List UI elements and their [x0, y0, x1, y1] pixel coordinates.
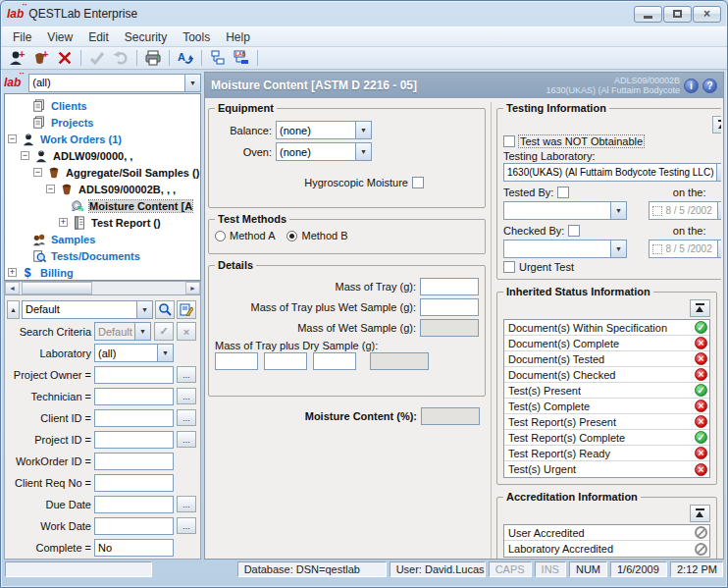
menu-file[interactable]: File	[5, 28, 39, 46]
rename-button[interactable]	[175, 48, 196, 68]
maximize-button[interactable]	[663, 6, 692, 23]
minimize-button[interactable]	[634, 6, 662, 23]
tested-by-select[interactable]: ▼	[503, 201, 627, 220]
not-obtainable-checkbox[interactable]	[503, 135, 515, 147]
tree-item-workorder-adlw09[interactable]: −ADLW09/0000, ,	[5, 147, 200, 164]
tree-view-button[interactable]	[207, 48, 229, 68]
tree-item-moisture-content[interactable]: Moisture Content [A	[5, 197, 200, 214]
menu-security[interactable]: Security	[117, 28, 175, 46]
date-checkbox[interactable]	[652, 206, 662, 216]
accept-criteria-button[interactable]: ✓	[154, 322, 174, 341]
technician-browse-button[interactable]: ...	[177, 388, 196, 404]
chevron-down-icon[interactable]: ▼	[610, 241, 626, 257]
client-req-no-field[interactable]	[94, 474, 174, 492]
tested-by-checkbox[interactable]	[557, 187, 569, 198]
tree-item-projects[interactable]: Projects	[5, 114, 200, 131]
scroll-left-icon[interactable]: ◄	[5, 282, 20, 294]
preset-spin-button[interactable]: ▲	[7, 300, 20, 319]
chevron-down-icon[interactable]: ▼	[355, 143, 371, 160]
work-date-browse-button[interactable]: ...	[177, 517, 196, 534]
oven-select[interactable]: (none)▼	[276, 142, 372, 161]
chevron-down-icon[interactable]: ▼	[157, 345, 173, 361]
project-id-field[interactable]	[94, 431, 174, 449]
checked-by-select[interactable]: ▼	[503, 240, 627, 258]
checked-date-select[interactable]: 8 / 5 /2002 ▼	[649, 240, 721, 258]
complete-field[interactable]	[94, 539, 174, 557]
testing-laboratory-select[interactable]: 1630(UKAS) (Al Futtaim Bodycote Testing …	[503, 163, 721, 182]
chevron-down-icon[interactable]: ▼	[355, 122, 371, 138]
checked-by-checkbox[interactable]	[568, 225, 580, 237]
laboratory-select[interactable]: (all) ▼	[94, 344, 174, 362]
menu-tools[interactable]: Tools	[175, 28, 218, 46]
tested-date-select[interactable]: 8 / 5 /2002 ▼	[649, 201, 721, 220]
collapse-inherited-status-button[interactable]	[690, 299, 710, 317]
scroll-right-icon[interactable]: ►	[185, 282, 200, 294]
chevron-down-icon[interactable]: ▼	[136, 301, 152, 318]
add-sample-button[interactable]	[30, 48, 52, 68]
chevron-down-icon[interactable]: ▼	[610, 202, 626, 219]
project-id-browse-button[interactable]: ...	[177, 431, 196, 448]
menu-view[interactable]: View	[39, 28, 80, 46]
delete-button[interactable]	[54, 48, 76, 68]
menu-help[interactable]: Help	[218, 28, 258, 46]
due-date-field[interactable]	[94, 496, 174, 513]
work-date-field[interactable]	[94, 517, 174, 535]
collapse-expander[interactable]: −	[46, 185, 55, 193]
chevron-down-icon[interactable]: ▼	[717, 241, 721, 257]
tree-item-tests-documents[interactable]: Tests/Documents	[5, 247, 200, 264]
mass-tray-dry-field-3[interactable]	[313, 352, 356, 370]
client-id-field[interactable]	[94, 409, 174, 427]
tree-item-sample-adls09[interactable]: −ADLS09/00002B, , ,	[5, 181, 200, 197]
tree-item-clients[interactable]: Clients	[5, 97, 200, 114]
collapse-expander[interactable]: −	[21, 151, 29, 160]
due-date-label: Due Date	[7, 499, 91, 510]
cancel-criteria-button[interactable]: ×	[177, 322, 196, 341]
chevron-down-icon[interactable]: ▼	[716, 164, 721, 181]
search-criteria-select[interactable]: Default ▼	[94, 322, 151, 341]
date-checkbox[interactable]	[652, 244, 662, 254]
tree-item-samples[interactable]: Samples	[5, 231, 200, 247]
collapse-testing-info-button[interactable]	[712, 116, 721, 134]
print-button[interactable]	[142, 48, 164, 68]
help-button[interactable]: ?	[702, 79, 717, 93]
due-date-browse-button[interactable]: ...	[177, 496, 196, 512]
mass-tray-dry-field-1[interactable]	[215, 352, 258, 370]
expand-expander[interactable]: +	[59, 218, 68, 227]
project-owner-browse-button[interactable]: ...	[177, 366, 196, 383]
tree-horizontal-scrollbar[interactable]: ◄ ►	[4, 281, 201, 295]
laboratory-filter-select[interactable]: (all) ▼	[28, 74, 201, 92]
client-id-browse-button[interactable]: ...	[177, 409, 196, 426]
hygroscopic-moisture-checkbox[interactable]	[412, 177, 424, 188]
preset-select[interactable]: Default ▼	[22, 300, 153, 319]
workorder-id-field[interactable]	[94, 453, 174, 470]
tree-item-aggregate-soil-samples[interactable]: −Aggregate/Soil Samples ()	[5, 164, 200, 181]
method-b-radio[interactable]	[286, 231, 297, 241]
close-button[interactable]: ×	[693, 6, 721, 23]
tree-item-billing[interactable]: +Billing	[5, 264, 200, 281]
menu-edit[interactable]: Edit	[80, 28, 117, 46]
lab-tree-view-button[interactable]	[231, 48, 252, 68]
apply-button[interactable]	[86, 48, 108, 68]
search-button[interactable]	[155, 300, 175, 319]
mass-of-tray-field[interactable]	[420, 278, 479, 295]
method-a-radio[interactable]	[215, 231, 226, 241]
expand-expander[interactable]: +	[8, 268, 17, 277]
undo-button[interactable]	[110, 48, 131, 68]
chevron-down-icon[interactable]: ▼	[184, 75, 200, 91]
tree-item-test-report[interactable]: +Test Report ()	[5, 214, 200, 231]
tree-item-work-orders[interactable]: −Work Orders (1)	[5, 131, 200, 147]
collapse-accreditation-button[interactable]	[690, 505, 710, 522]
technician-field[interactable]	[94, 388, 174, 405]
project-owner-field[interactable]	[94, 366, 174, 384]
chevron-down-icon[interactable]: ▼	[717, 202, 721, 219]
mass-tray-dry-field-2[interactable]	[264, 352, 307, 370]
urgent-test-checkbox[interactable]	[503, 261, 515, 273]
balance-select[interactable]: (none)▼	[276, 121, 372, 139]
edit-criteria-button[interactable]	[177, 300, 196, 319]
add-client-button[interactable]	[7, 48, 28, 68]
mass-tray-wet-field[interactable]	[420, 298, 479, 316]
collapse-expander[interactable]: −	[33, 168, 42, 177]
collapse-expander[interactable]: −	[8, 134, 17, 143]
scrollbar-thumb[interactable]	[22, 282, 92, 294]
info-button[interactable]: i	[684, 79, 699, 93]
